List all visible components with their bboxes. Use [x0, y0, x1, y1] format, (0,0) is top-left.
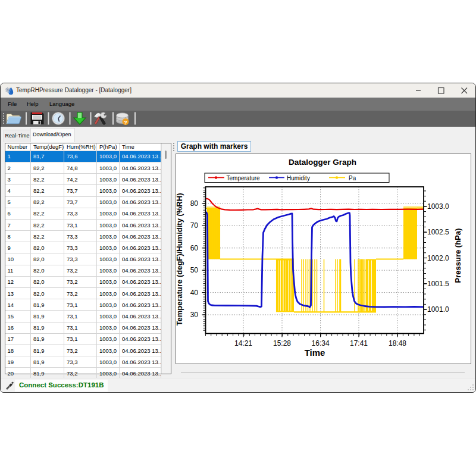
svg-text:Humidity: Humidity — [287, 174, 310, 181]
svg-text:Datalogger Graph: Datalogger Graph — [289, 158, 356, 167]
svg-text:1003.0: 1003.0 — [427, 202, 449, 210]
svg-text:80: 80 — [190, 199, 199, 208]
svg-text:Temperature (degF)/Humidity (%: Temperature (degF)/Humidity (%RH) — [176, 193, 184, 325]
svg-text:16:34: 16:34 — [312, 339, 330, 347]
svg-text:Temperature: Temperature — [227, 174, 261, 181]
svg-text:60: 60 — [190, 243, 199, 252]
svg-text:40: 40 — [190, 288, 199, 296]
svg-text:Time: Time — [305, 347, 325, 357]
svg-text:Pressure (hPa): Pressure (hPa) — [453, 228, 462, 283]
svg-text:17:41: 17:41 — [350, 339, 368, 347]
svg-text:?: ? — [124, 119, 127, 126]
svg-text:1002.5: 1002.5 — [427, 228, 449, 236]
svg-text:70: 70 — [190, 221, 199, 230]
svg-text:50: 50 — [190, 266, 199, 274]
svg-text:Pa: Pa — [349, 174, 356, 181]
svg-text:18:48: 18:48 — [389, 339, 406, 347]
svg-text:14:21: 14:21 — [234, 339, 252, 347]
svg-text:1001.0: 1001.0 — [427, 305, 449, 314]
svg-text:1001.5: 1001.5 — [427, 279, 449, 287]
svg-text:1002.0: 1002.0 — [427, 253, 449, 262]
svg-text:15:28: 15:28 — [273, 339, 291, 347]
svg-text:30: 30 — [190, 311, 199, 319]
